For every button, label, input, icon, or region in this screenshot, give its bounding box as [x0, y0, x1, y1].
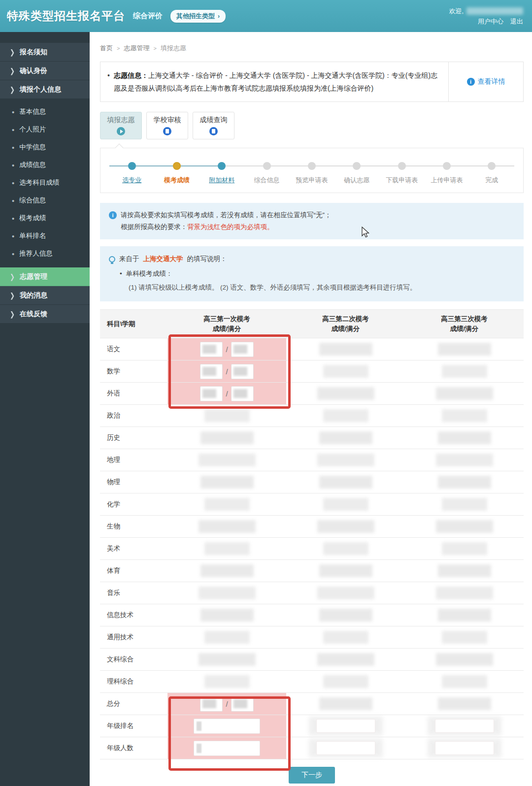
- bullet-icon: •: [107, 69, 110, 95]
- text-input[interactable]: [194, 719, 260, 734]
- redacted-score: [323, 409, 368, 422]
- score-input[interactable]: [200, 364, 223, 379]
- sidebar-subitem-11[interactable]: •推荐人信息: [0, 245, 90, 262]
- sidebar-subitem-3[interactable]: •基本信息: [0, 103, 90, 121]
- tab-label: 成绩查询: [200, 116, 228, 125]
- sidebar-item-14[interactable]: ❯在线反馈: [0, 305, 90, 324]
- score-cell: [286, 383, 405, 405]
- score-input[interactable]: [200, 342, 223, 357]
- score-cell: /: [167, 360, 286, 383]
- score-cell: [405, 516, 524, 538]
- sidebar-subitem-4[interactable]: •个人照片: [0, 121, 90, 138]
- redacted-score: [436, 387, 493, 400]
- score-cell: [405, 405, 524, 427]
- redacted-score: [317, 520, 374, 533]
- score-cell: [286, 449, 405, 471]
- step-8: 完成: [469, 162, 514, 185]
- tab-2[interactable]: 成绩查询: [193, 112, 234, 139]
- step-dot-icon: [443, 162, 451, 170]
- redacted-score: [442, 365, 487, 378]
- mouse-cursor: [360, 227, 371, 238]
- step-label: 附加材料: [209, 176, 234, 185]
- view-details-link[interactable]: i 查看详情: [448, 62, 523, 101]
- sidebar-subitem-10[interactable]: •单科排名: [0, 227, 90, 245]
- next-step-button[interactable]: 下一步: [289, 767, 335, 784]
- score-cell: [167, 449, 286, 471]
- fullmark-input[interactable]: [231, 386, 254, 401]
- sidebar-subitem-label: 选考科目成绩: [19, 178, 59, 187]
- sidebar-item-0[interactable]: ❯报名须知: [0, 43, 90, 62]
- chevron-right-icon: ❯: [10, 310, 15, 318]
- sidebar-subitem-8[interactable]: •综合信息: [0, 192, 90, 209]
- tab-0[interactable]: 填报志愿: [100, 112, 142, 139]
- sidebar-item-2[interactable]: ❯填报个人信息: [0, 80, 90, 99]
- sidebar-subitem-label: 综合信息: [19, 196, 46, 205]
- from-prefix: 来自于: [119, 253, 139, 265]
- bullet-icon: •: [12, 215, 14, 222]
- score-cell: [286, 649, 405, 671]
- breadcrumb-separator: >: [153, 45, 156, 51]
- score-cell: [405, 693, 524, 715]
- fullmark-input[interactable]: [231, 696, 254, 712]
- sidebar-nav: ❯报名须知❯确认身份❯填报个人信息•基本信息•个人照片•中学信息•成绩信息•选考…: [0, 32, 90, 786]
- sidebar-item-12[interactable]: ❯志愿管理: [0, 267, 90, 286]
- query-icon: [209, 127, 218, 135]
- table-row-15: 理科综合: [100, 671, 524, 693]
- slash: /: [226, 700, 228, 708]
- redacted-score: [323, 542, 368, 555]
- score-input[interactable]: [200, 386, 223, 401]
- text-input[interactable]: [316, 719, 375, 733]
- lightbulb-icon: [109, 256, 115, 262]
- step-dot-icon: [173, 162, 181, 170]
- redacted-value: [233, 367, 247, 376]
- breadcrumb-volunteer-mgmt[interactable]: 志愿管理: [124, 44, 149, 53]
- score-cell: [405, 649, 524, 671]
- sidebar-item-label: 填报个人信息: [20, 85, 61, 94]
- fullmark-input[interactable]: [231, 342, 254, 357]
- redacted-score: [200, 564, 254, 577]
- table-row-2: 外语/: [100, 383, 524, 405]
- sidebar-item-1[interactable]: ❯确认身份: [0, 62, 90, 80]
- redacted-score: [204, 675, 250, 688]
- table-row-6: 物理: [100, 471, 524, 493]
- step-label: 下载申请表: [386, 176, 418, 185]
- sidebar-subitem-5[interactable]: •中学信息: [0, 138, 90, 156]
- sidebar-subitem-7[interactable]: •选考科目成绩: [0, 174, 90, 192]
- text-input[interactable]: [435, 719, 494, 733]
- score-cell: [286, 427, 405, 449]
- sidebar-item-label: 报名须知: [20, 48, 47, 57]
- subject-label: 数学: [100, 360, 167, 383]
- redacted-score: [317, 653, 374, 666]
- subject-label: 年级人数: [100, 737, 167, 759]
- sidebar-subitem-6[interactable]: •成绩信息: [0, 156, 90, 174]
- logout-link[interactable]: 退出: [510, 16, 523, 27]
- subject-label: 体育: [100, 560, 167, 582]
- score-cell: [167, 493, 286, 516]
- subject-label: 总分: [100, 693, 167, 715]
- sidebar-subitem-9[interactable]: •模考成绩: [0, 209, 90, 227]
- other-enroll-types-button[interactable]: 其他招生类型 ›: [170, 10, 226, 23]
- tab-1[interactable]: 学校审核: [146, 112, 188, 139]
- text-input[interactable]: [316, 741, 375, 755]
- table-row-7: 化学: [100, 493, 524, 516]
- redacted-score: [319, 476, 372, 489]
- sidebar-item-13[interactable]: ❯我的消息: [0, 286, 90, 305]
- step-2[interactable]: 附加材料: [200, 162, 244, 185]
- text-input[interactable]: [194, 741, 260, 756]
- redacted-value: [202, 389, 216, 398]
- text-input[interactable]: [435, 741, 494, 755]
- school-name: 上海交通大学: [143, 253, 183, 265]
- score-cell: [167, 560, 286, 582]
- sidebar-subitem-label: 模考成绩: [19, 214, 46, 223]
- score-input[interactable]: [200, 696, 223, 712]
- user-center-link[interactable]: 用户中心: [478, 16, 503, 27]
- table-row-4: 历史: [100, 427, 524, 449]
- fullmark-input[interactable]: [231, 364, 254, 379]
- step-0[interactable]: 选专业: [109, 162, 154, 185]
- sidebar-subitem-label: 成绩信息: [19, 161, 46, 169]
- step-6: 下载申请表: [379, 162, 424, 185]
- redacted-score: [319, 564, 372, 577]
- redacted-score: [199, 454, 256, 466]
- breadcrumb-home[interactable]: 首页: [100, 44, 113, 53]
- breadcrumb-separator: >: [117, 45, 120, 51]
